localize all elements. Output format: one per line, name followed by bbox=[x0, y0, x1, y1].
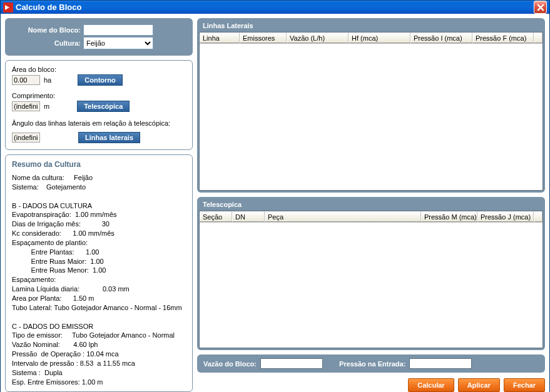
pressao-value bbox=[409, 358, 472, 369]
app-icon bbox=[3, 3, 13, 13]
window-title: Calculo de Bloco bbox=[16, 3, 534, 12]
telescopica-section: Telescopica Seção DN Peça Pressão M (mca… bbox=[197, 197, 545, 350]
telescopica-button[interactable]: Telescópica bbox=[77, 101, 130, 112]
col-pressao-f[interactable]: Pressão F (mca) bbox=[472, 33, 534, 43]
laterais-grid[interactable]: Linha Emissores Vazão (L/h) Hf (mca) Pre… bbox=[199, 32, 543, 191]
right-column: Linhas Laterais Linha Emissores Vazão (L… bbox=[197, 18, 545, 392]
resumo-panel: Resumo da Cultura Nome da cultura: Feijã… bbox=[5, 154, 193, 392]
params-panel: Área do bloco: ha Contorno Comprimento: … bbox=[5, 60, 193, 150]
header-panel: Nome do Bloco: Cultura: Feijão bbox=[5, 18, 193, 56]
col-pressao-m[interactable]: Pressão M (mca) bbox=[421, 211, 477, 222]
laterais-button[interactable]: Linhas laterais bbox=[78, 132, 140, 143]
laterais-title: Linhas Laterais bbox=[199, 20, 543, 32]
aplicar-button[interactable]: Aplicar bbox=[458, 378, 500, 392]
cultura-select[interactable]: Feijão bbox=[83, 37, 153, 49]
col-linha[interactable]: Linha bbox=[200, 33, 240, 43]
fechar-button[interactable]: Fechar bbox=[504, 378, 545, 392]
angulo-value[interactable] bbox=[12, 133, 40, 143]
col-spacer bbox=[534, 33, 542, 43]
left-column: Nome do Bloco: Cultura: Feijão Área do b… bbox=[5, 18, 193, 392]
nome-input[interactable] bbox=[83, 24, 153, 36]
footer-panel: Vazão do Bloco: Pressão na Entrada: bbox=[197, 354, 545, 373]
col-secao[interactable]: Seção bbox=[200, 211, 232, 222]
vazao-label: Vazão do Bloco: bbox=[203, 360, 257, 368]
vazao-value bbox=[260, 358, 323, 369]
window: Calculo de Bloco Nome do Bloco: Cultura:… bbox=[0, 0, 550, 392]
col-emissores[interactable]: Emissores bbox=[240, 33, 287, 43]
content: Nome do Bloco: Cultura: Feijão Área do b… bbox=[1, 14, 549, 392]
comp-unit: m bbox=[44, 103, 49, 110]
telescopica-grid[interactable]: Seção DN Peça Pressão M (mca) Pressão J … bbox=[199, 211, 543, 348]
laterais-section: Linhas Laterais Linha Emissores Vazão (L… bbox=[197, 18, 545, 193]
col-dn[interactable]: DN bbox=[232, 211, 265, 222]
area-unit: ha bbox=[44, 76, 51, 84]
col-peca[interactable]: Peça bbox=[265, 211, 421, 222]
titlebar: Calculo de Bloco bbox=[1, 1, 549, 14]
col-spacer2 bbox=[534, 211, 542, 222]
comp-value[interactable] bbox=[12, 101, 40, 111]
close-button[interactable] bbox=[534, 1, 547, 14]
col-hf[interactable]: Hf (mca) bbox=[349, 33, 410, 43]
calcular-button[interactable]: Calcular bbox=[408, 378, 454, 392]
close-icon bbox=[537, 4, 544, 11]
contorno-button[interactable]: Contorno bbox=[78, 74, 122, 86]
comp-label: Comprimento: bbox=[12, 92, 186, 99]
telescopica-title: Telescopica bbox=[199, 199, 543, 211]
area-value[interactable] bbox=[12, 75, 40, 85]
area-label: Área do bloco: bbox=[12, 66, 186, 73]
resumo-title: Resumo da Cultura bbox=[12, 160, 186, 169]
angulo-label: Ângulo das linhas laterais em relação à … bbox=[12, 119, 186, 127]
nome-label: Nome do Bloco: bbox=[11, 26, 83, 34]
pressao-label: Pressão na Entrada: bbox=[339, 360, 405, 368]
button-bar: Calcular Aplicar Fechar bbox=[197, 377, 545, 392]
col-vazao[interactable]: Vazão (L/h) bbox=[287, 33, 349, 43]
col-pressao-i[interactable]: Pressão I (mca) bbox=[410, 33, 472, 43]
col-pressao-j[interactable]: Pressão J (mca) bbox=[477, 211, 534, 222]
resumo-body: Nome da cultura: Feijão Sistema: Gotejam… bbox=[12, 171, 186, 386]
cultura-label: Cultura: bbox=[11, 39, 83, 47]
